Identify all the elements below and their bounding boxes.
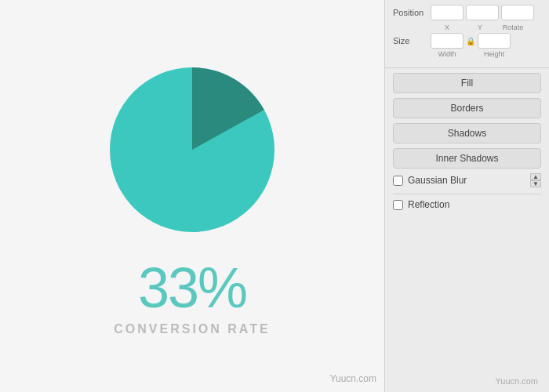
canvas-area: 33% CONVERSION RATE Yuucn.com	[0, 0, 384, 392]
position-size-section: Position X Y Rotate Size 🔒 Width Height	[385, 0, 549, 68]
pie-chart	[75, 64, 310, 236]
position-inputs	[431, 5, 541, 20]
divider	[393, 194, 541, 194]
fill-button[interactable]: Fill	[393, 73, 541, 93]
borders-button[interactable]: Borders	[393, 98, 541, 118]
reflection-row: Reflection	[393, 199, 541, 210]
x-label: X	[431, 24, 464, 31]
rotate-label: Rotate	[496, 24, 529, 31]
size-label: Size	[393, 36, 431, 45]
size-inputs: 🔒	[431, 33, 511, 49]
size-height-input[interactable]	[478, 33, 511, 49]
position-row: Position	[393, 5, 541, 20]
chart-container	[67, 56, 318, 244]
stat-label: CONVERSION RATE	[114, 322, 270, 336]
panel-watermark: Yuucn.com	[496, 376, 538, 386]
stepper-down[interactable]: ▼	[530, 180, 541, 187]
position-x-input[interactable]	[431, 5, 464, 20]
stepper-up[interactable]: ▲	[530, 173, 541, 180]
size-sub-labels: Width Height	[431, 50, 541, 58]
height-label: Height	[478, 50, 511, 58]
width-label: Width	[431, 50, 464, 58]
inner-shadows-button[interactable]: Inner Shadows	[393, 148, 541, 169]
reflection-label: Reflection	[408, 199, 541, 210]
position-rotate-input[interactable]	[501, 5, 534, 20]
gaussian-blur-checkbox[interactable]	[393, 176, 403, 186]
gaussian-blur-row: Gaussian Blur ▲ ▼	[393, 173, 541, 187]
gaussian-blur-label: Gaussian Blur	[408, 175, 527, 186]
gaussian-blur-stepper: ▲ ▼	[530, 173, 541, 187]
buttons-area: Fill Borders Shadows Inner Shadows Gauss…	[385, 68, 549, 215]
position-label: Position	[393, 8, 431, 17]
position-sub-labels: X Y Rotate	[431, 24, 541, 31]
right-panel: Position X Y Rotate Size 🔒 Width Height	[384, 0, 549, 392]
position-y-input[interactable]	[466, 5, 499, 20]
y-label: Y	[464, 24, 496, 31]
stat-value: 33%	[138, 260, 246, 316]
shadows-button[interactable]: Shadows	[393, 123, 541, 143]
size-row: Size 🔒	[393, 33, 541, 49]
size-width-input[interactable]	[431, 33, 464, 49]
reflection-checkbox[interactable]	[393, 200, 403, 210]
watermark: Yuucn.com	[330, 373, 376, 384]
lock-icon[interactable]: 🔒	[466, 37, 475, 45]
